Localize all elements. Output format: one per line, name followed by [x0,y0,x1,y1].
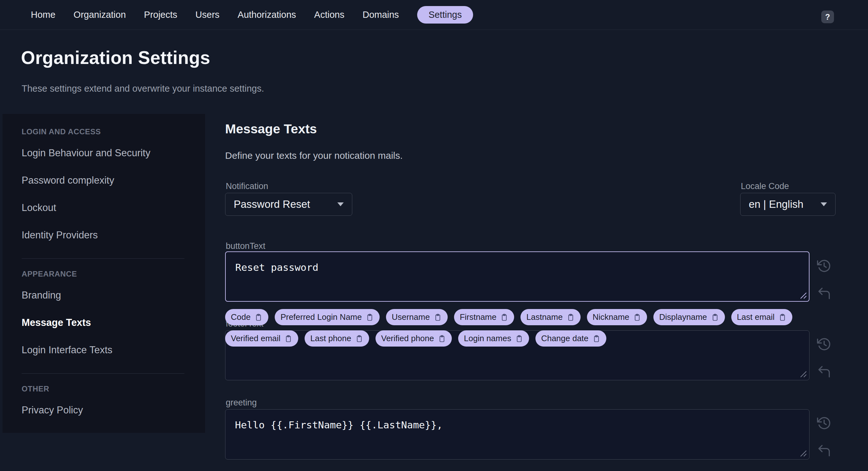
variable-chip[interactable]: Username [386,309,448,325]
variable-chip[interactable]: Last phone [305,330,369,347]
history-button[interactable] [816,258,832,274]
sidebar-other-items: Privacy Policy [22,396,205,424]
nav-item[interactable]: Home [31,9,55,20]
clipboard-icon [515,334,523,343]
page-title: Organization Settings [21,47,210,68]
sidebar-item[interactable]: Password complexity [22,167,205,194]
sidebar-section-other: OTHER [22,384,205,393]
greeting-textarea[interactable]: Hello {{.FirstName}} {{.LastName}}, [225,409,809,460]
buttontext-label: buttonText [226,241,266,251]
undo-icon [816,442,832,459]
clipboard-icon [366,313,374,321]
chip-label: Firstname [460,312,497,322]
nav-item[interactable]: Settings [417,6,473,24]
notification-label: Notification [226,181,268,191]
sidebar-item[interactable]: Identity Providers [22,222,205,249]
notification-select-value: Password Reset [234,198,310,210]
chip-label: Last phone [310,333,351,343]
variable-chip-row: Code Preferred Login Name Username First… [225,309,792,325]
page-subtitle: These settings extend and overwrite your… [22,83,264,94]
history-button[interactable] [816,336,832,353]
clipboard-icon [355,334,364,343]
clipboard-icon [254,313,262,321]
variable-chip[interactable]: Lastname [521,309,580,325]
history-icon [816,415,832,432]
sidebar-divider [22,258,184,259]
clipboard-icon [438,334,446,343]
sidebar-section-login-access: LOGIN AND ACCESS [22,127,205,136]
undo-icon [816,285,832,302]
locale-select-value: en | English [749,198,803,210]
resize-handle[interactable] [800,292,807,299]
variable-chip[interactable]: Firstname [454,309,515,325]
chip-label: Login names [464,333,511,343]
chevron-down-icon [337,202,344,206]
clipboard-icon [434,313,442,321]
buttontext-textarea[interactable]: Reset password [225,252,809,302]
nav-item[interactable]: Actions [314,9,344,20]
clipboard-icon [284,334,292,343]
variable-chip[interactable]: Change date [535,330,606,347]
clipboard-icon [778,313,786,321]
chip-label: Code [231,312,251,322]
chip-label: Verified phone [381,333,434,343]
clipboard-icon [711,313,719,321]
clipboard-icon [500,313,508,321]
nav-item[interactable]: Projects [144,9,178,20]
history-button[interactable] [816,415,832,432]
chip-label: Displayname [659,312,707,322]
clipboard-icon [633,313,641,321]
sidebar-appearance-items: BrandingMessage TextsLogin Interface Tex… [22,282,205,364]
sidebar-divider [22,373,184,374]
nav-item[interactable]: Authorizations [238,9,296,20]
sidebar-section-appearance: APPEARANCE [22,269,205,278]
help-button[interactable]: ? [821,10,834,23]
variable-chip[interactable]: Preferred Login Name [275,309,380,325]
sidebar-login-access-items: Login Behaviour and SecurityPassword com… [22,139,205,249]
undo-button[interactable] [816,442,832,459]
chip-label: Last email [737,312,775,322]
notification-select[interactable]: Password Reset [225,193,352,216]
clipboard-icon [592,334,600,343]
undo-button[interactable] [816,285,832,302]
resize-handle[interactable] [800,450,807,457]
chip-label: Change date [541,333,589,343]
chip-label: Lastname [526,312,562,322]
greeting-label: greeting [226,398,257,408]
sidebar-item[interactable]: Privacy Policy [22,396,205,424]
sidebar-item[interactable]: Login Interface Texts [22,336,205,364]
section-heading: Message Texts [225,122,317,137]
locale-select[interactable]: en | English [740,193,836,216]
variable-chip[interactable]: Verified phone [375,330,452,347]
history-icon [816,336,832,353]
variable-chip-row: Verified email Last phone Verified phone… [225,330,606,347]
nav-item[interactable]: Users [195,9,220,20]
clipboard-icon [566,313,575,321]
sidebar-item[interactable]: Login Behaviour and Security [22,139,205,167]
locale-label: Locale Code [741,181,789,191]
sidebar-item[interactable]: Branding [22,282,205,309]
undo-button[interactable] [816,363,832,380]
variable-chip[interactable]: Nickname [587,309,647,325]
section-description: Define your texts for your notication ma… [225,150,403,161]
nav-item[interactable]: Domains [363,9,399,20]
history-icon [816,258,832,274]
nav-item[interactable]: Organization [73,9,126,20]
variable-chip[interactable]: Login names [458,330,529,347]
top-nav: HomeOrganizationProjectsUsersAuthorizati… [0,0,868,30]
variable-chip[interactable]: Last email [731,309,793,325]
organization-settings-page: HomeOrganizationProjectsUsersAuthorizati… [0,0,868,471]
chip-label: Preferred Login Name [280,312,362,322]
undo-icon [816,363,832,380]
sidebar-item[interactable]: Lockout [22,194,205,222]
variable-chip[interactable]: Verified email [225,330,298,347]
settings-sidebar: LOGIN AND ACCESS Login Behaviour and Sec… [3,114,205,433]
chip-label: Nickname [593,312,629,322]
chevron-down-icon [820,202,827,206]
variable-chip[interactable]: Displayname [653,309,724,325]
resize-handle[interactable] [800,371,807,378]
sidebar-item[interactable]: Message Texts [22,309,205,336]
chip-label: Verified email [231,333,280,343]
chip-label: Username [392,312,430,322]
variable-chip[interactable]: Code [225,309,268,325]
